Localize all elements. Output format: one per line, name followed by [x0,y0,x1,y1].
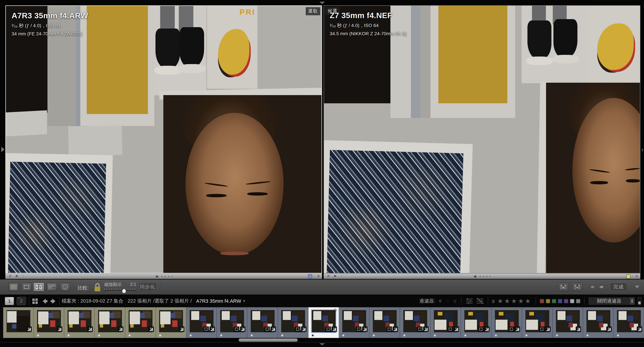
star-rating[interactable]: ★ [616,334,620,337]
filmstrip-cell[interactable]: ★ [247,307,278,338]
filter-power-switch[interactable] [638,297,641,305]
color-label-filter[interactable] [564,299,568,304]
develop-badge[interactable] [637,326,642,332]
star-rating[interactable]: ★ [67,334,70,337]
top-panel-collapse-icon[interactable] [319,2,325,4]
candidate-photo[interactable]: 候選 Z7 35mm f4.NEF ¹⁄₂₀ 秒 (ƒ / 4.0)，ISO 6… [324,5,640,273]
compare-view-button[interactable]: XY [33,282,44,291]
chevron-down-icon[interactable]: ▾ [243,299,245,303]
main-window-button[interactable]: 1 [5,297,14,305]
select-photo[interactable]: PRI 選取 A7R3 35mm f4.ARW ¹⁄₂₀ 秒 (ƒ / 4.0)… [5,5,322,273]
filter-edited-icon[interactable] [465,298,473,304]
crop-badge[interactable] [204,326,209,332]
filmstrip-cell[interactable]: ★ [430,307,461,338]
previous-photo-button[interactable] [589,284,596,290]
star-dot[interactable] [161,276,162,277]
crop-badge[interactable] [234,326,239,332]
candidate-rating[interactable]: ★ [324,274,640,279]
filmstrip-cell[interactable]: ★ [522,307,552,338]
filmstrip-scrollbar[interactable] [0,338,644,342]
filmstrip-cell[interactable]: ★ [156,307,186,338]
loupe-view-button[interactable] [21,282,32,291]
develop-badge[interactable] [515,326,520,332]
crop-badge[interactable] [386,326,392,332]
filter-unedited-icon[interactable] [476,298,484,304]
star-rating[interactable]: ★ [250,334,254,337]
go-back-icon[interactable] [42,298,48,304]
crop-badge[interactable] [539,326,544,332]
star-dot[interactable] [168,276,169,277]
deselect-button[interactable]: ✕ [635,274,639,278]
rating-operator[interactable]: ≥ [492,298,494,304]
star-rating[interactable]: ★ [128,334,131,337]
star-rating[interactable]: ★ [372,334,376,337]
filmstrip-cell[interactable]: ★ [95,307,125,338]
deselect-button[interactable]: ✕ [316,274,320,278]
develop-badge[interactable] [210,326,215,332]
filmstrip-cell[interactable]: ◇ ★ [308,307,339,338]
develop-badge[interactable] [454,326,459,332]
filter-rejected-icon[interactable] [453,299,457,303]
star-rating[interactable]: ★ [36,334,40,337]
star-dot[interactable] [480,276,481,277]
star-rating[interactable]: ★ [586,334,589,337]
crop-badge[interactable] [295,326,300,332]
develop-badge[interactable] [332,326,337,332]
color-label-filter[interactable] [540,299,544,304]
star-rating[interactable]: ★ [464,334,467,337]
star-rating[interactable]: ★ [342,334,345,337]
star-rating[interactable]: ★ [158,334,162,337]
filmstrip-cell[interactable]: ★ [339,307,370,338]
star-dot[interactable] [490,276,491,277]
color-label-filter[interactable] [558,299,562,304]
candidate-color-label[interactable] [626,274,630,278]
star-rating[interactable]: ★ [220,334,223,337]
filter-flagged-icon[interactable] [438,299,442,303]
star-rating[interactable]: ★ [311,334,314,337]
color-label-filter[interactable] [576,299,580,304]
zoom-slider[interactable] [104,290,136,292]
people-view-button[interactable] [60,282,70,291]
star-icon[interactable]: ★ [473,274,477,278]
star-rating[interactable]: ★ [98,334,101,337]
bottom-panel-collapse-icon[interactable] [319,343,325,346]
right-panel-collapse-icon[interactable] [641,148,643,152]
star-dot[interactable] [172,276,172,277]
make-select-button[interactable]: XY [572,282,582,291]
crop-badge[interactable] [509,326,514,332]
star-dot[interactable] [486,276,487,277]
develop-badge[interactable] [57,326,62,332]
develop-badge[interactable] [301,326,306,332]
filter-stars[interactable]: ★★★★★ [498,297,532,305]
filmstrip-cell[interactable]: ★ [64,307,95,338]
develop-badge[interactable] [118,326,123,332]
filmstrip-cell[interactable]: ★ [461,307,492,338]
star-rating[interactable]: ★ [403,334,406,337]
filmstrip-cell[interactable]: ★ [614,307,644,338]
develop-badge[interactable] [484,326,490,332]
star-rating[interactable]: ★ [525,334,528,337]
filter-preset-dropdown[interactable]: 關閉過濾器 [588,297,635,305]
develop-badge[interactable] [26,326,32,332]
develop-badge[interactable] [88,326,93,332]
filter-unflagged-icon[interactable] [445,299,450,303]
star-dot[interactable] [483,276,484,277]
crop-badge[interactable] [326,326,331,332]
filmstrip-cell[interactable]: ★ [400,307,430,338]
filmstrip-source[interactable]: 檔案夾 : 2018-09-02 Z7 集合 [62,298,123,304]
develop-badge[interactable] [576,326,581,332]
swap-select-candidate-button[interactable]: XY [558,282,569,291]
crop-badge[interactable] [478,326,484,332]
develop-badge[interactable] [423,326,428,332]
left-panel-collapse-icon[interactable] [1,147,4,152]
dropdown-spinner-icon[interactable] [630,298,634,304]
color-label-filter[interactable] [552,299,556,304]
second-window-button[interactable]: 2 [16,297,26,305]
select-rating[interactable]: ★ [5,274,322,279]
crop-badge[interactable] [448,326,453,332]
filmstrip-cell[interactable]: ★ [583,307,614,338]
focus-lock-icon[interactable] [94,282,101,292]
next-photo-button[interactable] [598,284,606,290]
star-rating[interactable]: ★ [280,334,284,337]
develop-badge[interactable] [362,326,368,332]
